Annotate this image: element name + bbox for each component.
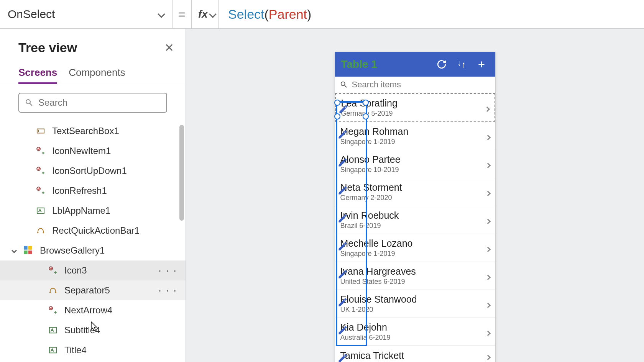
tree-item[interactable]: IconSortUpDown1 [0, 161, 186, 181]
edit-icon[interactable] [337, 213, 348, 224]
tree-item[interactable]: Icon3· · · [0, 260, 186, 280]
item-subtitle: Germany 2-2020 [340, 194, 486, 202]
tree-search[interactable] [18, 93, 167, 113]
item-title: Tamica Trickett [340, 350, 486, 361]
tree-item[interactable]: RectQuickActionBar1 [0, 221, 186, 241]
tree-view-panel: Tree view ✕ Screens Components TextSearc… [0, 29, 186, 362]
control-icon [35, 126, 46, 136]
tree-item-label: RectQuickActionBar1 [52, 225, 140, 236]
edit-icon[interactable] [337, 269, 348, 280]
edit-icon[interactable] [337, 129, 348, 140]
tree-item-label: TextSearchBox1 [52, 126, 119, 136]
tree-item-label: Icon3 [64, 265, 87, 276]
control-icon [35, 165, 46, 176]
canvas[interactable]: Table 1 Lea SpratlingGermany 5-2019Megan… [186, 29, 644, 362]
tree-item[interactable]: Separator5· · · [0, 280, 186, 300]
item-subtitle: Singapore 10-2019 [340, 166, 486, 174]
tree-item[interactable]: Title4 [0, 340, 186, 360]
tree-item-detail-screen[interactable]: DetailScreen1 [0, 360, 186, 362]
chevron-right-icon[interactable] [486, 298, 490, 310]
list-item[interactable]: Lea SpratlingGermany 5-2019 [335, 93, 495, 122]
app-title: Table 1 [341, 58, 429, 70]
tree-search-input[interactable] [38, 97, 161, 108]
control-icon [48, 305, 58, 316]
tree-item[interactable]: IconNewItem1 [0, 141, 186, 161]
svg-rect-10 [24, 251, 27, 254]
chevron-right-icon[interactable] [486, 130, 490, 142]
list-item[interactable]: Megan RohmanSingapore 1-2019 [335, 122, 495, 150]
list-item[interactable]: Mechelle LozanoSingapore 1-2019 [335, 234, 495, 262]
list-item[interactable]: Alonso ParteeSingapore 10-2019 [335, 150, 495, 178]
equals-sign: = [172, 0, 192, 28]
app-search-input[interactable] [352, 80, 491, 90]
tree-item[interactable]: TextSearchBox1 [0, 121, 186, 141]
chevron-right-icon[interactable] [486, 186, 490, 198]
close-icon[interactable]: ✕ [164, 41, 174, 54]
list-content: Ivana HargreavesUnited States 6-2019 [340, 266, 486, 286]
app-preview: Table 1 Lea SpratlingGermany 5-2019Megan… [335, 52, 496, 362]
more-icon[interactable]: · · · [158, 284, 177, 296]
svg-rect-11 [28, 251, 32, 254]
chevron-right-icon[interactable] [486, 270, 490, 282]
list-item[interactable]: Neta StormentGermany 2-2020 [335, 178, 495, 206]
edit-icon[interactable] [337, 325, 348, 336]
svg-point-14 [55, 292, 57, 293]
tree-item-label: LblAppName1 [52, 205, 110, 216]
app-search-box[interactable] [335, 77, 495, 93]
chevron-down-icon [12, 248, 17, 253]
chevron-right-icon[interactable] [486, 326, 490, 338]
tree-item-label: IconNewItem1 [52, 146, 111, 156]
main-area: Tree view ✕ Screens Components TextSearc… [0, 29, 644, 362]
item-subtitle: United States 6-2019 [340, 278, 486, 286]
list-content: Tamica Trickett [340, 350, 486, 362]
chevron-right-icon[interactable] [485, 102, 489, 114]
chevron-right-icon[interactable] [486, 350, 490, 362]
list-item[interactable]: Irvin RoebuckBrazil 6-2019 [335, 206, 495, 234]
list-content: Irvin RoebuckBrazil 6-2019 [340, 210, 486, 230]
list-item[interactable]: Elouise StanwoodUK 1-2020 [335, 290, 495, 318]
tree-item-gallery[interactable]: BrowseGallery1 [0, 241, 186, 260]
formula-input[interactable]: Select(Parent) [219, 7, 644, 22]
tree-item[interactable]: LblAppName1 [0, 201, 186, 221]
control-icon [35, 185, 46, 196]
tree-item[interactable]: NextArrow4 [0, 300, 186, 320]
item-title: Mechelle Lozano [340, 238, 486, 249]
control-icon [48, 325, 58, 336]
sort-icon[interactable] [454, 57, 469, 72]
app-header: Table 1 [335, 52, 495, 77]
edit-icon[interactable] [337, 157, 348, 168]
item-title: Neta Storment [340, 182, 486, 193]
list-item[interactable]: Tamica Trickett [335, 346, 495, 362]
edit-icon[interactable] [337, 297, 348, 308]
formula-arg: Parent [269, 7, 307, 21]
chevron-right-icon[interactable] [486, 158, 490, 170]
item-title: Kia Dejohn [340, 322, 486, 333]
tree-tabs: Screens Components [0, 63, 186, 84]
edit-icon[interactable] [338, 104, 349, 115]
add-icon[interactable] [474, 57, 489, 72]
property-dropdown[interactable]: OnSelect [0, 0, 172, 28]
tab-screens[interactable]: Screens [18, 63, 57, 84]
control-icon [35, 205, 46, 216]
item-subtitle: Brazil 6-2019 [340, 222, 486, 230]
refresh-icon[interactable] [434, 57, 449, 72]
list-item[interactable]: Kia DejohnAustralia 6-2019 [335, 318, 495, 346]
tree-item-label: IconRefresh1 [52, 185, 107, 196]
chevron-right-icon[interactable] [486, 242, 490, 254]
tree-item[interactable]: IconRefresh1 [0, 181, 186, 201]
item-title: Elouise Stanwood [340, 294, 486, 305]
item-subtitle: Australia 6-2019 [340, 334, 486, 342]
chevron-right-icon[interactable] [486, 214, 490, 226]
edit-icon[interactable] [337, 241, 348, 252]
svg-point-7 [43, 232, 44, 234]
property-label: OnSelect [8, 8, 55, 21]
more-icon[interactable]: · · · [158, 264, 177, 277]
edit-icon[interactable] [337, 353, 348, 362]
formula-function: Select [228, 7, 264, 21]
tab-components[interactable]: Components [69, 63, 125, 84]
fx-badge[interactable]: fx [196, 0, 219, 28]
svg-point-6 [37, 232, 39, 234]
list-item[interactable]: Ivana HargreavesUnited States 6-2019 [335, 262, 495, 290]
edit-icon[interactable] [337, 185, 348, 196]
item-title: Alonso Partee [340, 154, 486, 165]
